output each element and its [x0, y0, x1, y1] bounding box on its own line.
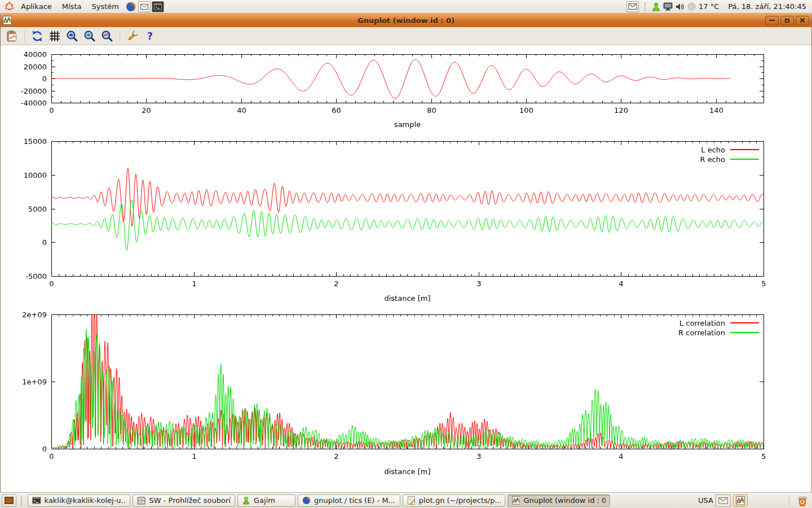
mail-launcher[interactable] [138, 1, 151, 12]
temperature: 17 °C [699, 2, 719, 11]
grid-icon [49, 30, 60, 42]
plot-toolbar: ? [1, 27, 811, 45]
task-label: Gajim [254, 496, 275, 505]
task-label: SW - Prohlížeč souborů [149, 496, 231, 505]
task-label: plot.gn (~/projects/p... [419, 496, 501, 505]
gnuplot-icon [736, 496, 745, 505]
gnuplot-icon [512, 496, 520, 505]
menu-system[interactable]: Systém [86, 0, 123, 14]
close-icon [800, 17, 805, 23]
grid-toggle-button[interactable] [48, 29, 61, 43]
panel-separator [645, 2, 647, 11]
ubuntu-logo-icon [5, 2, 14, 11]
task-label: kaklik@kaklik-kolej-u... [45, 496, 126, 505]
firefox-icon [126, 2, 136, 12]
minimize-button[interactable] [765, 16, 779, 25]
display-icon[interactable] [663, 2, 673, 11]
keyboard-layout[interactable]: USA [698, 496, 713, 505]
window-titlebar[interactable]: Gnuplot (window id : 0) [1, 14, 811, 27]
wrench-icon [126, 30, 139, 42]
mail-notification[interactable] [626, 1, 639, 12]
legend-entry: L correlation [679, 319, 759, 327]
legend-label: R echo [700, 155, 725, 164]
window-controls [765, 16, 809, 25]
terminal-launcher[interactable] [152, 1, 164, 12]
show-desktop-button[interactable] [2, 494, 16, 507]
copy-plot-icon [6, 30, 18, 42]
maximize-icon [785, 19, 789, 23]
chart2-legend: L echo R echo [700, 146, 759, 163]
refresh-icon [31, 30, 43, 42]
chart3-xlabel: distance [m] [51, 467, 764, 476]
legend-label: R correlation [678, 329, 725, 337]
gnuplot-window: Gnuplot (window id : 0) [0, 14, 812, 492]
help-icon: ? [147, 30, 153, 42]
chart3-legend: L correlation R correlation [678, 319, 759, 336]
taskbar: kaklik@kaklik-kolej-u... SW - Prohlížeč … [0, 492, 812, 508]
menu-applications[interactable]: Aplikace [16, 0, 57, 14]
tray-gnuplot-button[interactable] [733, 494, 748, 507]
menu-places[interactable]: Místa [57, 0, 87, 14]
task-terminal[interactable]: kaklik@kaklik-kolej-u... [28, 494, 130, 507]
maximize-button[interactable] [780, 16, 794, 25]
show-desktop-icon [5, 497, 14, 504]
task-file-manager[interactable]: SW - Prohlížeč souborů [133, 494, 235, 507]
refresh-button[interactable] [30, 29, 44, 43]
settings-button[interactable] [126, 29, 139, 43]
file-manager-icon [137, 497, 146, 505]
unzoom-icon [101, 30, 113, 42]
taskbar-separator [21, 496, 23, 505]
clock[interactable]: Pá, 18. září, 21:40:45 [728, 2, 806, 11]
trash-applet[interactable] [795, 494, 810, 507]
text-editor-icon [407, 496, 416, 505]
task-label: Gnuplot (window id : 0) [523, 496, 606, 505]
legend-label: L echo [701, 146, 725, 154]
window-title: Gnuplot (window id : 0) [1, 16, 811, 25]
volume-icon[interactable] [676, 3, 685, 11]
task-text-editor[interactable]: plot.gn (~/projects/p... [403, 494, 505, 507]
task-gajim[interactable]: Gajim [237, 494, 295, 507]
minimize-icon [769, 20, 775, 21]
help-button[interactable]: ? [143, 29, 157, 43]
firefox-icon [302, 496, 311, 505]
trash-icon [797, 495, 808, 506]
unzoom-button[interactable] [100, 29, 114, 43]
zoom-next-button[interactable] [83, 29, 96, 43]
weather-icon [687, 2, 696, 11]
zoom-previous-button[interactable] [65, 29, 79, 43]
toolbar-separator [120, 30, 120, 42]
chart1-xlabel: sample [51, 120, 764, 129]
legend-label: L correlation [679, 319, 725, 327]
terminal-icon [154, 3, 162, 10]
mail-icon [140, 4, 148, 10]
gnome-panel: Aplikace Místa Systém [0, 0, 812, 14]
copy-to-clipboard-button[interactable] [5, 29, 19, 43]
user-switcher-icon[interactable] [652, 2, 660, 11]
ubuntu-menu-icon[interactable] [3, 1, 15, 12]
mail-icon [718, 497, 728, 504]
task-label: gnuplot / tics (E) - M... [314, 496, 395, 505]
legend-line-red [730, 322, 759, 323]
plot-area: sample distance [m] distance [m] L echo … [1, 45, 811, 492]
task-gnuplot[interactable]: Gnuplot (window id : 0) [508, 494, 610, 507]
zoom-next-icon [83, 30, 96, 42]
task-firefox[interactable]: gnuplot / tics (E) - M... [298, 494, 400, 507]
gnuplot-window-icon [3, 16, 12, 25]
zoom-previous-icon [66, 30, 78, 42]
close-button[interactable] [796, 16, 809, 25]
mail-notify-icon [628, 3, 637, 10]
charts-canvas[interactable] [1, 46, 812, 491]
panel-status-area: 17 °C Pá, 18. září, 21:40:45 [626, 1, 810, 12]
tray-mail-button[interactable] [716, 494, 731, 507]
firefox-launcher[interactable] [125, 1, 137, 12]
legend-entry: R correlation [678, 329, 759, 336]
legend-line-red [730, 149, 759, 150]
legend-entry: L echo [701, 146, 759, 154]
chart2-xlabel: distance [m] [51, 294, 764, 303]
gajim-icon [242, 496, 250, 505]
toolbar-separator [24, 30, 25, 42]
legend-line-green [730, 159, 759, 160]
taskbar-separator [789, 495, 789, 506]
terminal-icon [32, 497, 41, 504]
legend-line-green [730, 332, 759, 333]
